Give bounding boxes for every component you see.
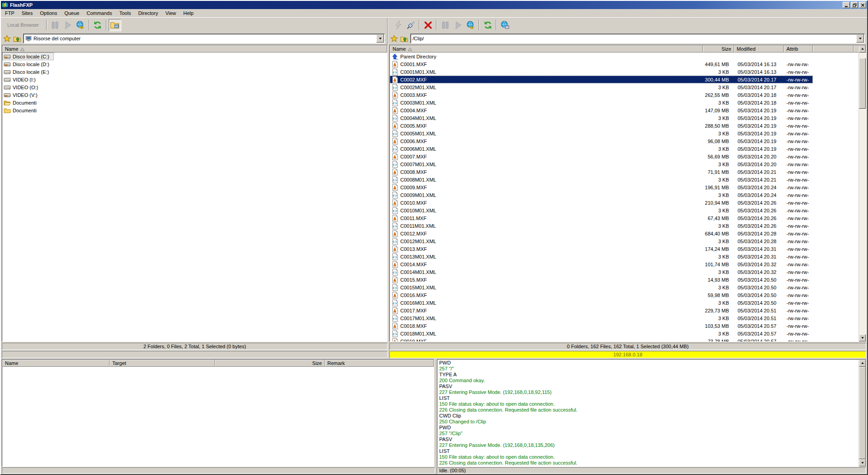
remote-file-row[interactable]: C0019.MXF73,78 MB05/03/2014 20.57-rw-rw-… — [390, 337, 813, 341]
restore-button[interactable] — [851, 2, 858, 8]
remote-file-row[interactable]: C0001.MXF449,61 MB05/03/2014 16.13-rw-rw… — [390, 60, 813, 68]
menu-item-sites[interactable]: Sites — [18, 10, 36, 17]
remote-file-row[interactable]: C0016.MXF59,98 MB05/03/2014 20.50-rw-rw-… — [390, 291, 813, 299]
remote-file-row[interactable]: C0016M01.XML3 KB05/03/2014 20.50-rw-rw-r… — [390, 299, 813, 307]
remote-file-row[interactable]: C0009M01.XML3 KB05/03/2014 20.24-rw-rw-r… — [390, 191, 813, 199]
remote-file-row[interactable]: C0005.MXF288,50 MB05/03/2014 20.19-rw-rw… — [390, 122, 813, 130]
remote-file-row[interactable]: C0008.MXF71,91 MB05/03/2014 20.21-rw-rw-… — [390, 168, 813, 176]
remote-file-row[interactable]: C0015M01.XML3 KB05/03/2014 20.50-rw-rw-r… — [390, 283, 813, 291]
local-browser-dropdown[interactable]: Local Browser — [3, 19, 44, 30]
local-list-item[interactable]: Disco locale (D:) — [2, 60, 54, 68]
remote-file-row[interactable]: C0018.MXF103,53 MB05/03/2014 20.57-rw-rw… — [390, 322, 813, 330]
favorites-star-icon[interactable] — [3, 35, 11, 43]
close-button[interactable] — [859, 2, 866, 8]
local-list-item[interactable]: Documenti — [2, 106, 41, 114]
pause-button[interactable] — [49, 19, 62, 31]
local-column-name[interactable]: Name — [2, 45, 387, 53]
remote-file-row[interactable]: C0009.MXF196,91 MB05/03/2014 20.24-rw-rw… — [390, 183, 813, 191]
local-list-item[interactable]: VIDEO (V:) — [2, 91, 42, 99]
remote-file-row[interactable]: C0010M01.XML3 KB05/03/2014 20.26-rw-rw-r… — [390, 206, 813, 214]
remote-file-row[interactable]: C0002M01.XML3 KB05/03/2014 20.17-rw-rw-r… — [390, 83, 813, 91]
remote-column-size[interactable]: Size — [703, 45, 734, 53]
local-list-item[interactable]: VIDEO (I:) — [2, 76, 40, 83]
remote-file-row[interactable]: C0013.MXF174,24 MB05/03/2014 20.31-rw-rw… — [390, 245, 813, 253]
resume-button[interactable] — [451, 19, 464, 31]
menu-item-directory[interactable]: Directory — [134, 10, 162, 17]
remote-file-row[interactable]: C0004M01.XML3 KB05/03/2014 20.19-rw-rw-r… — [390, 114, 813, 122]
queue-column-name[interactable]: Name — [2, 360, 110, 367]
menu-item-tools[interactable]: Tools — [115, 10, 134, 17]
folder-up-icon[interactable] — [400, 35, 408, 43]
local-list-item[interactable]: VIDEO (O:) — [2, 83, 43, 91]
remote-file-row[interactable]: C0011.MXF67,43 MB05/03/2014 20.26-rw-rw-… — [390, 214, 813, 222]
folder-up-icon[interactable] — [13, 35, 21, 43]
pause-button[interactable] — [439, 19, 451, 31]
remote-file-row[interactable]: C0014M01.XML3 KB05/03/2014 20.32-rw-rw-r… — [390, 268, 813, 276]
local-list-item[interactable]: Disco locale (C:) — [2, 53, 54, 60]
remote-file-row[interactable]: C0003.MXF262,55 MB05/03/2014 20.18-rw-rw… — [390, 91, 813, 99]
scroll-down-icon[interactable] — [859, 334, 866, 341]
log-scrollbar[interactable] — [858, 360, 866, 466]
combo-dropdown-arrow-icon[interactable] — [856, 34, 864, 43]
remote-file-row[interactable]: C0006.MXF96,08 MB05/03/2014 20.19-rw-rw-… — [390, 137, 813, 145]
ftp-log-pane[interactable]: PWD257 "/"TYPE A200 Command okay.PASV227… — [437, 359, 866, 467]
refresh-button[interactable] — [91, 19, 104, 31]
menu-item-queue[interactable]: Queue — [61, 10, 83, 17]
local-list-item[interactable]: Disco locale (E:) — [2, 68, 53, 76]
scroll-up-icon[interactable] — [859, 360, 866, 367]
remote-file-row[interactable]: C0005M01.XML3 KB05/03/2014 20.19-rw-rw-r… — [390, 130, 813, 137]
remote-file-row[interactable]: C0003M01.XML3 KB05/03/2014 20.18-rw-rw-r… — [390, 99, 813, 106]
queue-column-size[interactable]: Size — [215, 360, 325, 367]
local-path-combobox[interactable]: Risorse del computer — [23, 34, 385, 43]
remote-file-row[interactable]: C0017.MXF229,73 MB05/03/2014 20.51-rw-rw… — [390, 307, 813, 314]
remote-file-row[interactable]: C0004.MXF147,09 MB05/03/2014 20.19-rw-rw… — [390, 106, 813, 114]
queue-column-target[interactable]: Target — [110, 360, 215, 367]
remote-file-row[interactable]: C0015.MXF14,93 MB05/03/2014 20.50-rw-rw-… — [390, 276, 813, 283]
remote-file-row[interactable]: Parent Directory — [390, 53, 813, 60]
local-file-list[interactable]: Disco locale (C:)Disco locale (D:)Disco … — [2, 53, 387, 341]
folder-tree-button[interactable] — [109, 19, 121, 31]
connect-button[interactable] — [404, 19, 417, 31]
transfer-button[interactable] — [464, 19, 477, 31]
remote-file-row[interactable]: C0008M01.XML3 KB05/03/2014 20.21-rw-rw-r… — [390, 176, 813, 183]
abort-button[interactable] — [392, 19, 404, 31]
remote-file-row[interactable]: C0017M01.XML3 KB05/03/2014 20.51-rw-rw-r… — [390, 314, 813, 322]
scroll-up-icon[interactable] — [859, 45, 866, 53]
remote-file-row[interactable]: C0012M01.XML3 KB05/03/2014 20.28-rw-rw-r… — [390, 237, 813, 245]
remote-file-row[interactable]: C0010.MXF210,94 MB05/03/2014 20.26-rw-rw… — [390, 199, 813, 206]
remote-file-row[interactable]: C0014.MXF101,74 MB05/03/2014 20.32-rw-rw… — [390, 260, 813, 268]
remote-list-scrollbar[interactable] — [858, 45, 866, 341]
remote-file-row[interactable]: C0012.MXF684,40 MB05/03/2014 20.28-rw-rw… — [390, 230, 813, 237]
site-manager-button[interactable] — [499, 19, 511, 31]
menu-item-options[interactable]: Options — [36, 10, 61, 17]
disconnect-button[interactable] — [422, 19, 434, 31]
scrollbar-thumb[interactable] — [859, 367, 866, 459]
remote-file-row[interactable]: C0013M01.XML3 KB05/03/2014 20.31-rw-rw-r… — [390, 253, 813, 260]
remote-column-modified[interactable]: Modified — [734, 45, 784, 53]
remote-file-row[interactable]: C0006M01.XML3 KB05/03/2014 20.19-rw-rw-r… — [390, 145, 813, 153]
remote-column-attrib[interactable]: Attrib — [784, 45, 813, 53]
remote-column-name[interactable]: Name — [390, 45, 703, 53]
menu-item-view[interactable]: View — [162, 10, 180, 17]
menu-item-ftp[interactable]: FTP — [1, 10, 18, 17]
scrollbar-thumb[interactable] — [859, 58, 866, 109]
menu-item-help[interactable]: Help — [180, 10, 197, 17]
queue-column-remark[interactable]: Remark — [325, 360, 434, 367]
combo-dropdown-arrow-icon[interactable] — [376, 34, 384, 43]
refresh-button[interactable] — [481, 19, 494, 31]
local-list-item[interactable]: Documenti — [2, 99, 41, 106]
favorites-star-icon[interactable] — [390, 35, 398, 43]
remote-file-row[interactable]: C0007.MXF56,69 MB05/03/2014 20.20-rw-rw-… — [390, 153, 813, 160]
transfer-button[interactable] — [74, 19, 87, 31]
scroll-down-icon[interactable] — [859, 459, 866, 466]
remote-file-row[interactable]: C0001M01.XML3 KB05/03/2014 16.13-rw-rw-r… — [390, 68, 813, 76]
menu-item-commands[interactable]: Commands — [83, 10, 115, 17]
resume-button[interactable] — [62, 19, 74, 31]
remote-file-row[interactable]: C0002.MXF300,44 MB05/03/2014 20.17-rw-rw… — [390, 76, 813, 83]
queue-list[interactable] — [2, 367, 434, 466]
remote-file-row[interactable]: C0018M01.XML3 KB05/03/2014 20.57-rw-rw-r… — [390, 330, 813, 337]
minimize-button[interactable] — [843, 2, 850, 8]
remote-path-combobox[interactable]: /Clip/ — [410, 34, 865, 43]
remote-file-list[interactable]: Parent DirectoryC0001.MXF449,61 MB05/03/… — [390, 53, 866, 341]
title-bar[interactable]: FlashFXP — [1, 1, 867, 9]
